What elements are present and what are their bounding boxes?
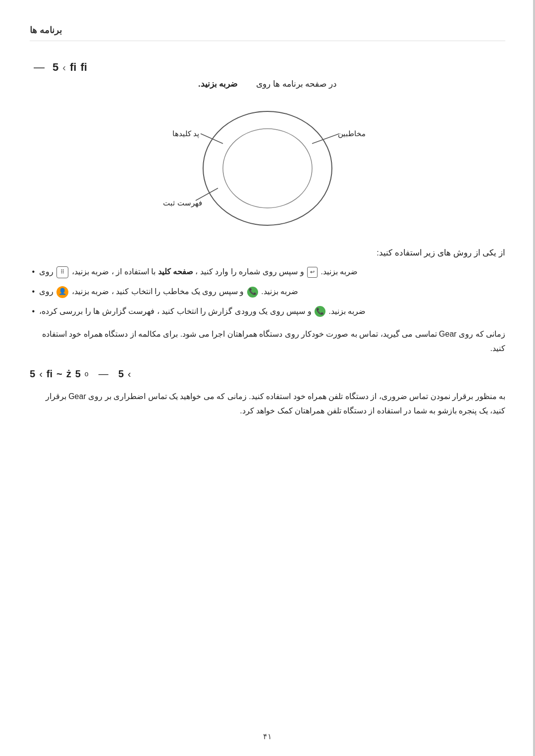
page-number: ۴۱ xyxy=(263,732,272,741)
sb-superscript: o xyxy=(85,370,89,378)
bullet-item-2: ضربه بزنید. 📞 و سپس روی یک مخاطب را انتخ… xyxy=(30,285,505,298)
gear-section: زمانی که روی Gear تماسی می گیرید، تماس ب… xyxy=(30,327,505,356)
sb-arrow1: › xyxy=(39,368,43,380)
b2-text-mid: و سپس روی xyxy=(200,287,244,296)
sb-tilde: ~ xyxy=(56,368,62,380)
b3-text1: فهرست گزارش ها را بررسی کرده، xyxy=(39,307,155,315)
methods-section: از یکی از روش های زیر استفاده کنید: ضربه… xyxy=(30,248,505,317)
svg-line-2 xyxy=(312,134,339,144)
instruction-highlight: ضربه بزنید. xyxy=(198,79,237,89)
breadcrumb-fi1: fi xyxy=(70,61,76,74)
diagram-wrapper: مخاطبین پد کلیدها فهرست ثبت ها xyxy=(30,104,505,233)
bullet-text-1: ضربه بزنید. ↩ و سپس روی شماره را وارد کن… xyxy=(30,265,358,278)
b2-text-end: ضربه بزنید. xyxy=(261,287,298,296)
phone-green-icon-2: 📞 xyxy=(247,287,258,298)
breadcrumb-fi2: fi xyxy=(80,61,87,74)
b2-label: روی xyxy=(37,287,54,296)
header-title: برنامه ها xyxy=(30,25,62,36)
breadcrumb-arrow: › xyxy=(62,62,66,73)
bullet-text-3: ضربه بزنید. 📞 و سپس روی یک ورودی گزارش ر… xyxy=(30,305,366,318)
phone-green-icon-3: 📞 xyxy=(315,306,325,317)
b3-text-end: ضربه بزنید. xyxy=(329,307,366,315)
sb-separator: — xyxy=(99,368,108,380)
svg-text:پد کلیدها: پد کلیدها xyxy=(172,129,199,138)
b1-keyboard-bold: صفحه کلید xyxy=(158,267,193,276)
b1-text1: روی xyxy=(37,267,54,276)
b2-comma: ، xyxy=(109,287,113,296)
emergency-text: به منظور برقرار نمودن تماس ضروری، از دست… xyxy=(30,390,505,418)
sb-arrow2: › xyxy=(128,368,131,380)
svg-line-4 xyxy=(201,134,223,144)
b3-text-mid: و سپس روی xyxy=(268,307,311,315)
svg-point-1 xyxy=(223,129,312,208)
breadcrumb-number: 5 xyxy=(53,61,58,74)
svg-text:مخاطبین: مخاطبین xyxy=(338,129,366,138)
sb-num3: 5 xyxy=(118,368,124,380)
bullet-item-1: ضربه بزنید. ↩ و سپس روی شماره را وارد کن… xyxy=(30,265,505,278)
keypad-icon-1: ⠿ xyxy=(56,266,68,278)
b1-text-mid2: و سپس روی xyxy=(260,267,304,276)
emergency-section: به منظور برقرار نمودن تماس ضروری، از دست… xyxy=(30,390,505,418)
contacts-icon: 👤 xyxy=(56,286,68,298)
b1-text2: ضربه بزنید، xyxy=(72,267,109,276)
breadcrumb-separator: — xyxy=(34,61,45,74)
bullet-item-3: ضربه بزنید. 📞 و سپس روی یک ورودی گزارش ر… xyxy=(30,305,505,318)
sb-num2: 5 xyxy=(75,368,81,380)
gear-text: زمانی که روی Gear تماسی می گیرید، تماس ب… xyxy=(30,327,505,356)
top-border xyxy=(533,0,535,756)
b1-text-mid1: شماره را وارد کنید xyxy=(200,267,260,276)
second-breadcrumb: › 5 — o 5 ż ~ fi › 5 xyxy=(30,368,505,380)
b2-text1: ضربه بزنید، xyxy=(72,287,109,296)
page-container: برنامه ها fi fi › 5 — در صفحه برنامه ها … xyxy=(0,0,535,756)
b1-text-end: ضربه بزنید. xyxy=(321,267,358,276)
b2-text2: یک مخاطب را انتخاب کنید xyxy=(116,287,200,296)
bracket-icon: ↩ xyxy=(307,267,318,278)
sb-fi: fi xyxy=(47,368,53,380)
sb-char: ż xyxy=(66,368,71,380)
header-section: برنامه ها xyxy=(30,15,505,41)
breadcrumb-top: fi fi › 5 — xyxy=(30,61,505,74)
instruction-top: در صفحه برنامه ها روی ضربه بزنید. xyxy=(30,79,505,89)
phone-diagram: مخاطبین پد کلیدها فهرست ثبت ها xyxy=(163,104,372,233)
sb-num1: 5 xyxy=(30,368,35,380)
b1-comma: ، xyxy=(193,267,198,276)
b3-comma: ، xyxy=(155,307,159,315)
b1-text3: با استفاده از ، xyxy=(111,267,156,276)
methods-title: از یکی از روش های زیر استفاده کنید: xyxy=(30,248,505,258)
bullet-text-2: ضربه بزنید. 📞 و سپس روی یک مخاطب را انتخ… xyxy=(30,285,298,298)
b3-text2: یک ورودی گزارش را انتخاب کنید xyxy=(161,307,268,315)
svg-text:فهرست ثبت ها: فهرست ثبت ها xyxy=(163,199,202,207)
instruction-text-before: در صفحه برنامه ها روی xyxy=(256,79,337,89)
